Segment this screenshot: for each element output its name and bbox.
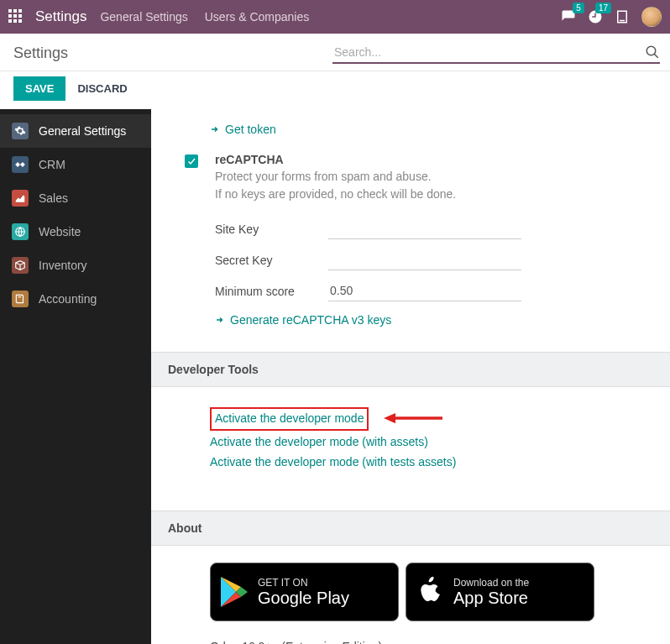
about-body: GET IT ON Google Play Download on the Ap…: [151, 546, 670, 644]
debug-button[interactable]: [615, 9, 630, 24]
nav-users-companies[interactable]: Users & Companies: [205, 10, 310, 24]
actionbar: SAVE DISCARD: [0, 71, 670, 109]
gen-recaptcha-keys-link[interactable]: Generate reCAPTCHA v3 keys: [230, 313, 391, 327]
site-key-label: Site Key: [215, 223, 328, 236]
svg-marker-6: [384, 413, 395, 423]
svg-point-1: [646, 46, 656, 55]
dev-links: Activate the developer mode Activate the…: [151, 387, 670, 485]
activate-dev-mode-tests-link[interactable]: Activate the developer mode (with tests …: [210, 453, 456, 473]
avatar[interactable]: [641, 7, 662, 27]
get-token-link[interactable]: Get token: [225, 123, 276, 136]
sidebar-item-accounting[interactable]: Accounting: [0, 282, 151, 316]
google-play-button[interactable]: GET IT ON Google Play: [210, 563, 399, 621]
messages-badge: 5: [573, 3, 584, 13]
messages-button[interactable]: 5: [561, 9, 576, 24]
min-score-label: Minimum score: [215, 285, 328, 298]
recaptcha-desc1: Protect your forms from spam and abuse.: [215, 168, 653, 186]
sidebar: General Settings CRM Sales Website Inven…: [0, 109, 151, 644]
activate-dev-mode-assets-link[interactable]: Activate the developer mode (with assets…: [210, 432, 428, 453]
discard-button[interactable]: DISCARD: [77, 82, 127, 95]
sidebar-item-label: Sales: [39, 191, 68, 205]
recaptcha-title: reCAPTCHA: [215, 153, 653, 166]
sidebar-item-website[interactable]: Website: [0, 215, 151, 249]
gear-icon: [12, 123, 29, 139]
app-brand: Settings: [35, 8, 86, 25]
recaptcha-desc2: If no keys are provided, no check will b…: [215, 186, 653, 203]
google-play-big: Google Play: [258, 589, 349, 608]
app-store-button[interactable]: Download on the App Store: [406, 563, 594, 621]
tablet-icon: [615, 9, 630, 24]
search-input[interactable]: [332, 42, 645, 62]
sidebar-item-general-settings[interactable]: General Settings: [0, 114, 151, 148]
box-icon: [12, 257, 29, 274]
developer-tools-header: Developer Tools: [151, 352, 670, 387]
check-icon: [186, 156, 196, 166]
sidebar-item-label: Website: [39, 225, 81, 238]
sidebar-item-crm[interactable]: CRM: [0, 148, 151, 181]
secret-key-label: Secret Key: [215, 254, 328, 267]
sidebar-item-label: General Settings: [39, 124, 126, 138]
arrow-right-icon: [210, 124, 220, 134]
sidebar-item-label: CRM: [39, 158, 65, 171]
min-score-input[interactable]: [328, 280, 521, 301]
sidebar-item-label: Accounting: [39, 292, 97, 306]
save-button[interactable]: SAVE: [13, 76, 65, 101]
secret-key-input[interactable]: [328, 249, 521, 270]
about-header: About: [151, 510, 670, 546]
sidebar-item-sales[interactable]: Sales: [0, 181, 151, 215]
setting-recaptcha: reCAPTCHA Protect your forms from spam a…: [185, 153, 653, 327]
version-text: Odoo 16.0+e (Enterprise Edition): [210, 640, 670, 644]
arrow-annotation: [384, 410, 442, 429]
layout: General Settings CRM Sales Website Inven…: [0, 109, 670, 644]
google-play-icon: [221, 577, 248, 607]
globe-icon: [12, 223, 29, 240]
content: Get token reCAPTCHA Protect your forms f…: [151, 109, 670, 644]
subbar: Settings: [0, 34, 670, 71]
sidebar-item-inventory[interactable]: Inventory: [0, 249, 151, 282]
chart-icon: [12, 190, 29, 207]
search-wrap: [332, 42, 660, 64]
handshake-icon: [12, 156, 29, 173]
highlight-annotation: Activate the developer mode: [210, 407, 369, 431]
google-play-small: GET IT ON: [258, 577, 349, 589]
nav-general-settings[interactable]: General Settings: [100, 10, 187, 24]
app-store-small: Download on the: [453, 577, 529, 589]
activities-button[interactable]: 17: [588, 9, 603, 24]
get-token-row: Get token: [185, 109, 653, 153]
app-store-big: App Store: [453, 589, 529, 608]
site-key-input[interactable]: [328, 218, 521, 239]
topbar: Settings General Settings Users & Compan…: [0, 0, 670, 34]
activities-badge: 17: [595, 3, 611, 13]
apple-icon: [416, 575, 443, 610]
apps-icon[interactable]: [8, 9, 24, 24]
sidebar-item-label: Inventory: [39, 259, 87, 272]
svg-line-2: [654, 54, 658, 58]
recaptcha-checkbox[interactable]: [185, 154, 198, 168]
search-icon[interactable]: [645, 45, 660, 60]
arrow-right-icon: [215, 315, 225, 325]
page-title: Settings: [13, 45, 68, 62]
book-icon: [12, 291, 29, 307]
activate-dev-mode-link[interactable]: Activate the developer mode: [215, 409, 364, 429]
